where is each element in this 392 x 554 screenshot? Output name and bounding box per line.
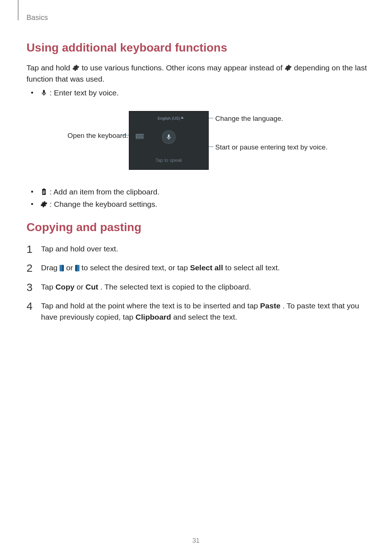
intro-paragraph: Tap and hold to use various functions. O…	[26, 62, 368, 85]
step-number: 4	[26, 298, 33, 314]
mic-icon	[40, 89, 48, 96]
bullet-clipboard: : Add an item from the clipboard.	[26, 186, 368, 197]
bullet-list-icons-1: : Enter text by voice.	[26, 87, 368, 98]
step-number: 3	[26, 279, 33, 295]
bullet-settings-text: : Change the keyboard settings.	[50, 200, 158, 208]
step-2-b: or	[66, 263, 75, 272]
step-number: 1	[26, 241, 33, 257]
copy-paste-steps: 1 Tap and hold over text. 2 Drag or to s…	[26, 243, 368, 323]
step-3: 3 Tap Copy or Cut . The selected text is…	[26, 282, 368, 292]
step-1: 1 Tap and hold over text.	[26, 243, 368, 254]
step-number: 2	[26, 260, 33, 276]
header-rule	[18, 0, 19, 20]
step-4: 4 Tap and hold at the point where the te…	[26, 300, 368, 323]
voice-input-screenshot: English (US) Tap to speak	[129, 111, 209, 170]
callout-open-keyboard: Open the keyboard.	[34, 131, 128, 141]
selection-handle-right-icon	[75, 265, 79, 271]
step-2-c: to select the desired text, or tap	[82, 263, 190, 272]
step-3-c: . The selected text is copied to the cli…	[100, 283, 251, 291]
voice-input-figure: Open the keyboard. Change the language. …	[26, 107, 368, 180]
heading-keyboard-functions: Using additional keyboard functions	[26, 39, 368, 56]
bullet-voice: : Enter text by voice.	[26, 87, 368, 98]
callout-change-language: Change the language.	[215, 114, 331, 124]
bullet-settings: : Change the keyboard settings.	[26, 199, 368, 210]
bullet-voice-text: : Enter text by voice.	[50, 89, 119, 97]
selection-handle-left-icon	[60, 265, 64, 271]
step-4-bold2: Clipboard	[135, 313, 171, 321]
step-2-a: Drag	[41, 263, 60, 272]
step-3-bold2: Cut	[86, 283, 98, 291]
step-2-bold1: Select all	[190, 263, 223, 272]
callout-voice-toggle: Start or pause entering text by voice.	[215, 142, 331, 152]
step-2-d: to select all text.	[225, 263, 280, 272]
step-2: 2 Drag or to select the desired text, or…	[26, 262, 368, 273]
step-4-bold1: Paste	[260, 301, 281, 310]
tap-to-speak-label: Tap to speak	[129, 157, 208, 164]
gear-icon	[285, 63, 292, 71]
step-4-a: Tap and hold at the point where the text…	[41, 301, 260, 310]
step-4-c: and select the text.	[173, 313, 237, 321]
step-3-a: Tap	[41, 283, 56, 291]
heading-copy-paste: Copying and pasting	[26, 219, 368, 235]
bullet-clipboard-text: : Add an item from the clipboard.	[50, 188, 159, 196]
intro-text-a: Tap and hold	[26, 63, 72, 72]
gear-icon	[40, 200, 48, 207]
step-3-b: or	[77, 283, 86, 291]
mic-button	[162, 130, 176, 144]
page-content: Using additional keyboard functions Tap …	[26, 39, 368, 331]
step-3-bold1: Copy	[56, 283, 75, 291]
keyboard-icon	[136, 134, 144, 139]
intro-text-b: to use various functions. Other icons ma…	[82, 63, 285, 72]
gear-icon	[72, 63, 79, 71]
language-label: English (US)	[129, 116, 208, 122]
clipboard-icon	[40, 188, 48, 195]
step-1-text: Tap and hold over text.	[41, 245, 118, 253]
bullet-list-icons-2: : Add an item from the clipboard. : Chan…	[26, 186, 368, 210]
page-number: 31	[0, 536, 392, 545]
section-label: Basics	[26, 12, 48, 23]
